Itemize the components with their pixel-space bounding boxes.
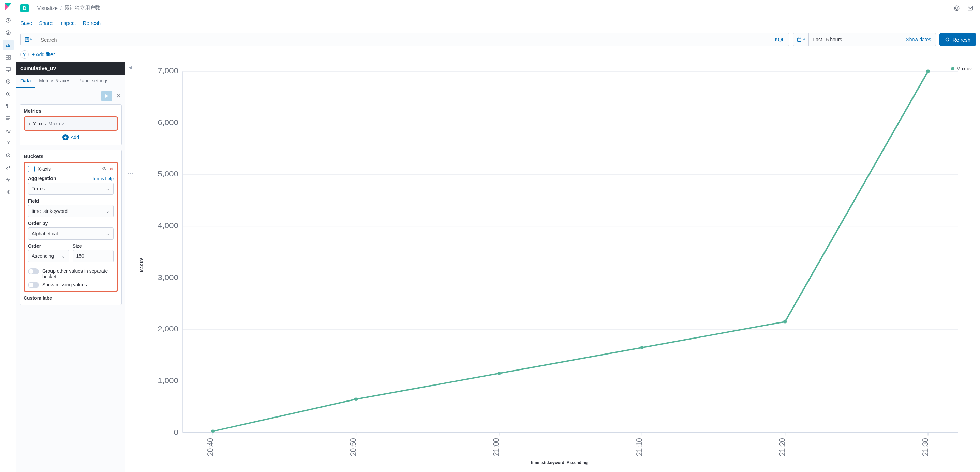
terms-help-link[interactable]: Terms help bbox=[92, 176, 113, 181]
field-select[interactable]: time_str.keyword ⌄ bbox=[28, 205, 113, 217]
save-link[interactable]: Save bbox=[21, 20, 32, 26]
svg-point-12 bbox=[8, 192, 9, 193]
svg-point-14 bbox=[956, 7, 958, 9]
order-select[interactable]: Ascending ⌄ bbox=[28, 250, 69, 262]
nav-siem-icon[interactable] bbox=[3, 150, 14, 161]
aggregation-select[interactable]: Terms ⌄ bbox=[28, 182, 113, 195]
nav-devtools-icon[interactable] bbox=[3, 162, 14, 173]
svg-text:21:00: 21:00 bbox=[492, 438, 501, 456]
resize-handle-icon[interactable]: ⋮ bbox=[127, 171, 134, 177]
svg-rect-3 bbox=[8, 55, 10, 57]
query-box: KQL bbox=[21, 33, 789, 46]
collapse-sidebar-icon[interactable]: ◀ bbox=[129, 65, 132, 70]
svg-text:0: 0 bbox=[174, 428, 179, 436]
svg-text:7,000: 7,000 bbox=[158, 67, 178, 75]
saved-queries-button[interactable] bbox=[21, 33, 37, 46]
kql-toggle[interactable]: KQL bbox=[770, 33, 789, 46]
action-bar: Save Share Inspect Refresh bbox=[16, 16, 980, 30]
breadcrumb: Visualize / 累计独立用户数 bbox=[37, 5, 100, 11]
show-dates-link[interactable]: Show dates bbox=[901, 37, 935, 42]
remove-bucket-icon[interactable]: ✕ bbox=[110, 166, 113, 172]
svg-rect-16 bbox=[25, 38, 29, 41]
top-header: D Visualize / 累计独立用户数 bbox=[16, 0, 980, 16]
refresh-button-label: Refresh bbox=[952, 37, 970, 43]
add-metric-label: Add bbox=[71, 135, 79, 140]
nav-visualize-icon[interactable] bbox=[3, 40, 14, 51]
space-selector[interactable]: D bbox=[21, 4, 29, 12]
svg-text:20:40: 20:40 bbox=[205, 438, 215, 456]
newsfeed-icon[interactable] bbox=[965, 3, 976, 14]
inspect-link[interactable]: Inspect bbox=[59, 20, 76, 26]
chart-legend[interactable]: Max uv bbox=[951, 66, 972, 71]
svg-rect-17 bbox=[797, 38, 801, 41]
nav-uptime-icon[interactable] bbox=[3, 138, 14, 149]
svg-text:1,000: 1,000 bbox=[158, 376, 178, 385]
nav-apm-icon[interactable] bbox=[3, 125, 14, 136]
yaxis-label: Max uv bbox=[138, 258, 145, 272]
toggle-visibility-icon[interactable] bbox=[102, 166, 107, 172]
chevron-down-icon: ⌄ bbox=[61, 253, 65, 259]
breadcrumb-title: 累计独立用户数 bbox=[64, 5, 100, 11]
date-range-text[interactable]: Last 15 hours bbox=[809, 37, 901, 42]
kibana-logo[interactable] bbox=[4, 3, 12, 11]
nav-monitoring-icon[interactable] bbox=[3, 174, 14, 185]
orderby-select[interactable]: Alphabetical ⌄ bbox=[28, 228, 113, 240]
size-input[interactable]: 150 bbox=[73, 250, 114, 262]
calendar-button[interactable] bbox=[793, 33, 809, 46]
date-picker: Last 15 hours Show dates bbox=[793, 33, 936, 46]
nav-maps-icon[interactable] bbox=[3, 76, 14, 87]
add-metric-button[interactable]: + Add bbox=[24, 131, 118, 141]
legend-label: Max uv bbox=[956, 66, 972, 71]
nav-recent-icon[interactable] bbox=[3, 15, 14, 26]
nav-metrics-icon[interactable] bbox=[3, 101, 14, 112]
share-link[interactable]: Share bbox=[39, 20, 52, 26]
tab-panel-settings[interactable]: Panel settings bbox=[74, 74, 113, 87]
nav-canvas-icon[interactable] bbox=[3, 64, 14, 75]
help-icon[interactable] bbox=[951, 3, 962, 14]
order-label: Order bbox=[28, 243, 41, 249]
search-input[interactable] bbox=[37, 33, 770, 46]
svg-point-18 bbox=[104, 168, 105, 169]
nav-dashboard-icon[interactable] bbox=[3, 52, 14, 63]
index-pattern-title[interactable]: cumulative_uv bbox=[16, 62, 125, 74]
svg-text:5,000: 5,000 bbox=[158, 170, 178, 178]
nav-discover-icon[interactable] bbox=[3, 27, 14, 38]
group-other-label: Group other values in separate bucket bbox=[42, 268, 113, 279]
tab-data[interactable]: Data bbox=[16, 74, 35, 87]
nav-logs-icon[interactable] bbox=[3, 113, 14, 124]
svg-rect-6 bbox=[6, 68, 10, 70]
collapse-bucket-toggle[interactable]: ⌄ bbox=[28, 166, 35, 172]
group-other-switch[interactable] bbox=[28, 268, 39, 274]
chevron-right-icon: › bbox=[29, 121, 30, 126]
orderby-label: Order by bbox=[28, 221, 48, 226]
refresh-button[interactable]: Refresh bbox=[939, 33, 976, 46]
refresh-link[interactable]: Refresh bbox=[83, 20, 101, 26]
aggregation-label: Aggregation bbox=[28, 176, 56, 181]
show-missing-switch[interactable] bbox=[28, 282, 39, 288]
svg-point-51 bbox=[497, 372, 501, 375]
svg-point-10 bbox=[6, 104, 8, 106]
metric-yaxis-row[interactable]: › Y-axis Max uv bbox=[24, 116, 118, 131]
tab-metrics-axes[interactable]: Metrics & axes bbox=[35, 74, 74, 87]
discard-changes-icon[interactable]: ✕ bbox=[115, 92, 122, 100]
nav-ml-icon[interactable] bbox=[3, 89, 14, 100]
query-row: KQL Last 15 hours Show dates Refresh bbox=[16, 30, 980, 49]
nav-management-icon[interactable] bbox=[3, 187, 14, 198]
chart-svg: 01,0002,0003,0004,0005,0006,0007,00020:4… bbox=[145, 65, 973, 459]
buckets-heading: Buckets bbox=[24, 153, 118, 159]
svg-point-9 bbox=[8, 93, 8, 95]
add-filter-link[interactable]: + Add filter bbox=[32, 52, 55, 57]
svg-point-49 bbox=[211, 429, 215, 433]
filter-options-icon[interactable] bbox=[21, 51, 29, 59]
nav-rail bbox=[0, 0, 16, 472]
svg-point-1 bbox=[6, 31, 10, 35]
chart-area: Max uv Max uv 01,0002,0003,0004,0005,000… bbox=[135, 62, 980, 472]
svg-point-8 bbox=[6, 92, 10, 96]
apply-changes-button[interactable] bbox=[101, 90, 112, 101]
svg-text:4,000: 4,000 bbox=[158, 221, 178, 230]
bucket-xaxis: ⌄ X-axis ✕ Aggregation Terms help bbox=[24, 162, 118, 292]
size-label: Size bbox=[73, 243, 82, 249]
breadcrumb-app[interactable]: Visualize bbox=[37, 5, 57, 11]
metric-yaxis-label: Y-axis bbox=[33, 121, 46, 126]
metric-yaxis-value: Max uv bbox=[48, 121, 64, 126]
